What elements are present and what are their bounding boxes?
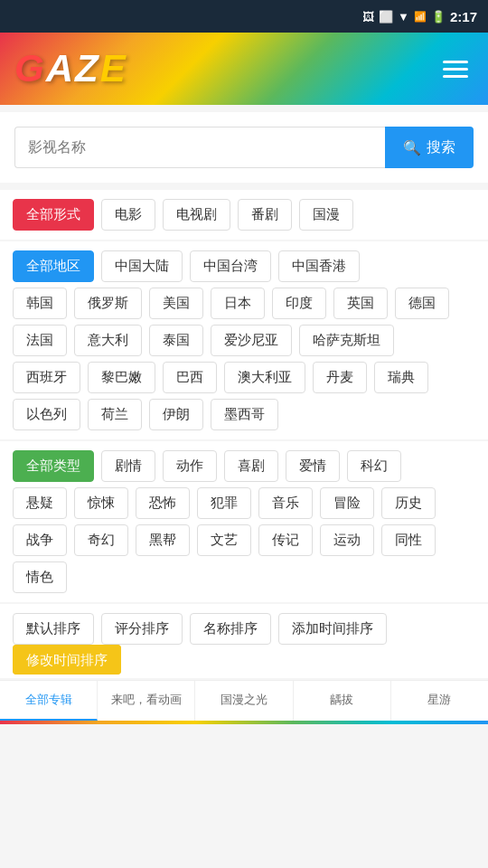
tag-erotic[interactable]: 情色 — [13, 561, 67, 593]
tag-horror[interactable]: 恐怖 — [136, 487, 190, 519]
region-filter-row3: 法国 意大利 泰国 爱沙尼亚 哈萨克斯坦 — [13, 325, 475, 356]
tag-israel[interactable]: 以色列 — [13, 399, 80, 430]
tag-gangster[interactable]: 黑帮 — [136, 524, 190, 556]
tag-india[interactable]: 印度 — [272, 288, 326, 319]
region-filter-section: 全部地区 中国大陆 中国台湾 中国香港 韩国 俄罗斯 美国 日本 印度 英国 德… — [0, 241, 488, 439]
tag-action[interactable]: 动作 — [163, 450, 217, 482]
tag-russia[interactable]: 俄罗斯 — [74, 288, 142, 319]
sort-section: 默认排序 评分排序 名称排序 添加时间排序 修改时间排序 — [0, 604, 488, 678]
tag-australia[interactable]: 澳大利亚 — [224, 362, 305, 393]
sort-row: 默认排序 评分排序 名称排序 添加时间排序 — [13, 613, 475, 645]
tag-france[interactable]: 法国 — [13, 325, 67, 356]
status-bar: 🖼 ⬜ ▼ 📶 🔋 2:17 — [0, 0, 488, 33]
tag-mainland[interactable]: 中国大陆 — [101, 250, 183, 282]
tag-sweden[interactable]: 瑞典 — [374, 362, 428, 393]
menu-button[interactable] — [437, 55, 474, 83]
status-icons: 🖼 ⬜ ▼ 📶 🔋 2:17 — [362, 9, 477, 24]
sort-default[interactable]: 默认排序 — [13, 613, 94, 645]
wifi-icon: ▼ — [398, 10, 409, 24]
tab-guoman-light[interactable]: 国漫之光 — [195, 681, 293, 721]
tag-drama[interactable]: 剧情 — [101, 450, 155, 482]
tag-spain[interactable]: 西班牙 — [13, 362, 80, 393]
tag-scifi[interactable]: 科幻 — [347, 450, 401, 482]
search-button-label: 搜索 — [427, 138, 455, 157]
tag-adventure[interactable]: 冒险 — [320, 487, 374, 519]
menu-line-1 — [443, 61, 468, 63]
signal-icon: 📶 — [414, 11, 427, 23]
tag-kazakhstan[interactable]: 哈萨克斯坦 — [299, 325, 394, 356]
tag-iran[interactable]: 伊朗 — [149, 399, 203, 430]
tag-crime[interactable]: 犯罪 — [197, 487, 251, 519]
search-area: 🔍 搜索 — [0, 112, 488, 183]
tag-history[interactable]: 历史 — [381, 487, 436, 519]
tag-korea[interactable]: 韩国 — [13, 288, 67, 319]
tag-all-format[interactable]: 全部形式 — [13, 199, 94, 231]
tag-taiwan[interactable]: 中国台湾 — [190, 250, 271, 282]
bottom-tabs: 全部专辑 来吧，看动画 国漫之光 龋拔 星游 — [0, 680, 488, 721]
square-icon: ⬜ — [379, 10, 393, 24]
tag-art[interactable]: 文艺 — [197, 524, 251, 556]
format-filter-section: 全部形式 电影 电视剧 番剧 国漫 — [0, 190, 488, 240]
tag-all-region[interactable]: 全部地区 — [13, 250, 94, 282]
tag-lgbt[interactable]: 同性 — [381, 524, 436, 556]
tag-italy[interactable]: 意大利 — [74, 325, 142, 356]
genre-filter-row3: 战争 奇幻 黑帮 文艺 传记 运动 同性 — [13, 524, 475, 556]
tag-usa[interactable]: 美国 — [149, 288, 203, 319]
search-button[interactable]: 🔍 搜索 — [385, 127, 474, 168]
region-filter-row2: 韩国 俄罗斯 美国 日本 印度 英国 德国 — [13, 288, 475, 319]
tag-fantasy[interactable]: 奇幻 — [74, 524, 128, 556]
tag-comedy[interactable]: 喜剧 — [224, 450, 278, 482]
format-filter-row: 全部形式 电影 电视剧 番剧 国漫 — [13, 199, 475, 231]
tag-estonia[interactable]: 爱沙尼亚 — [211, 325, 292, 356]
bottom-indicator — [0, 721, 488, 724]
region-filter-row1: 全部地区 中国大陆 中国台湾 中国香港 — [13, 250, 475, 282]
tag-anime[interactable]: 番剧 — [238, 199, 292, 231]
search-input[interactable] — [14, 127, 385, 168]
tab-quba[interactable]: 龋拔 — [294, 681, 391, 721]
tag-movie[interactable]: 电影 — [101, 199, 155, 231]
status-time: 2:17 — [450, 9, 477, 24]
tag-brazil[interactable]: 巴西 — [163, 362, 217, 393]
sort-modify-time[interactable]: 修改时间排序 — [13, 645, 121, 675]
genre-filter-row4: 情色 — [13, 561, 475, 593]
tag-hongkong[interactable]: 中国香港 — [278, 250, 360, 282]
region-filter-row5: 以色列 荷兰 伊朗 墨西哥 — [13, 399, 475, 430]
tag-music[interactable]: 音乐 — [258, 487, 313, 519]
tab-xingyou[interactable]: 星游 — [391, 681, 488, 721]
tag-lebanon[interactable]: 黎巴嫩 — [88, 362, 155, 393]
sort-name[interactable]: 名称排序 — [190, 613, 271, 645]
tag-japan[interactable]: 日本 — [211, 288, 265, 319]
tag-mexico[interactable]: 墨西哥 — [211, 399, 278, 430]
tag-denmark[interactable]: 丹麦 — [313, 362, 367, 393]
tag-germany[interactable]: 德国 — [395, 288, 449, 319]
menu-line-3 — [443, 75, 468, 78]
tag-mystery[interactable]: 悬疑 — [13, 487, 67, 519]
genre-filter-row2: 悬疑 惊悚 恐怖 犯罪 音乐 冒险 历史 — [13, 487, 475, 519]
tag-netherlands[interactable]: 荷兰 — [88, 399, 142, 430]
tab-watch-anime[interactable]: 来吧，看动画 — [98, 681, 195, 721]
tag-uk[interactable]: 英国 — [333, 288, 388, 319]
header-divider — [0, 105, 488, 112]
tag-thriller[interactable]: 惊悚 — [74, 487, 128, 519]
app-logo: GAZE — [14, 47, 127, 90]
tag-dongman[interactable]: 国漫 — [299, 199, 353, 231]
genre-filter-row1: 全部类型 剧情 动作 喜剧 爱情 科幻 — [13, 450, 475, 482]
region-filter-row4: 西班牙 黎巴嫩 巴西 澳大利亚 丹麦 瑞典 — [13, 362, 475, 393]
tag-war[interactable]: 战争 — [13, 524, 67, 556]
tag-tv[interactable]: 电视剧 — [163, 199, 230, 231]
tag-biography[interactable]: 传记 — [258, 524, 313, 556]
genre-filter-section: 全部类型 剧情 动作 喜剧 爱情 科幻 悬疑 惊悚 恐怖 犯罪 音乐 冒险 历史… — [0, 441, 488, 602]
tab-all-albums[interactable]: 全部专辑 — [0, 681, 98, 721]
tag-romance[interactable]: 爱情 — [286, 450, 340, 482]
sort-add-time[interactable]: 添加时间排序 — [278, 613, 387, 645]
tag-sports[interactable]: 运动 — [320, 524, 374, 556]
active-sort-row: 修改时间排序 — [13, 652, 475, 669]
search-icon: 🔍 — [403, 139, 421, 156]
tag-all-genre[interactable]: 全部类型 — [13, 450, 94, 482]
tag-thailand[interactable]: 泰国 — [149, 325, 203, 356]
battery-icon: 🔋 — [431, 10, 446, 24]
sort-rating[interactable]: 评分排序 — [101, 613, 183, 645]
gallery-icon: 🖼 — [362, 10, 374, 24]
menu-line-2 — [443, 68, 468, 71]
app-header: GAZE — [0, 33, 488, 105]
